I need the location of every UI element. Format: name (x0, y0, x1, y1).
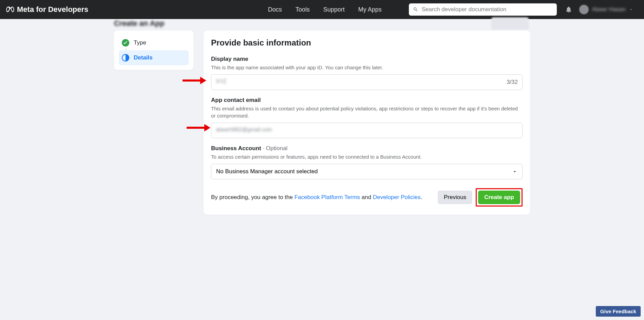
header-right: Abeer Hasan (565, 5, 633, 14)
previous-button[interactable]: Previous (438, 191, 472, 204)
contact-email-label: App contact email (211, 97, 523, 104)
avatar (579, 5, 589, 14)
form-footer: By proceeding, you agree to the Facebook… (211, 188, 523, 207)
form-title: Provide basic information (211, 38, 523, 48)
step-type-label: Type (134, 39, 146, 46)
chevron-down-icon (629, 7, 633, 12)
step-details-label: Details (134, 54, 153, 61)
subheader-button[interactable] (491, 17, 529, 30)
nav-support[interactable]: Support (323, 6, 345, 13)
display-name-help: This is the app name associated with you… (211, 64, 523, 71)
give-feedback-button[interactable]: Give Feedback (596, 306, 641, 317)
nav-tools[interactable]: Tools (296, 6, 310, 13)
button-group: Previous Create app (438, 188, 523, 207)
top-header: Meta for Developers Docs Tools Support M… (0, 0, 644, 19)
business-account-group: Business Account · Optional To access ce… (211, 145, 523, 179)
platform-terms-link[interactable]: Facebook Platform Terms (295, 194, 360, 200)
user-menu[interactable]: Abeer Hasan (579, 5, 633, 14)
display-name-value: XYZ (216, 78, 226, 85)
contact-email-group: App contact email This email address is … (211, 97, 523, 138)
brand-text: Meta for Developers (17, 5, 88, 14)
main-content: Type Details Provide basic information D… (0, 31, 644, 215)
caret-down-icon (512, 169, 517, 174)
agreement-text: By proceeding, you agree to the Facebook… (211, 194, 422, 201)
brand-logo[interactable]: Meta for Developers (5, 5, 88, 14)
display-name-label: Display name (211, 56, 523, 63)
display-name-input[interactable] (211, 74, 523, 90)
meta-icon (5, 5, 15, 14)
business-select[interactable]: No Business Manager account selected (211, 164, 523, 179)
step-details[interactable]: Details (119, 50, 189, 65)
half-circle-icon (121, 54, 130, 62)
nav-myapps[interactable]: My Apps (358, 6, 382, 13)
username: Abeer Hasan (592, 6, 626, 13)
annotation-arrow-2 (187, 124, 210, 131)
main-nav: Docs Tools Support My Apps (268, 3, 557, 16)
business-label: Business Account · Optional (211, 145, 523, 152)
check-circle-icon (121, 39, 130, 47)
create-highlight-box: Create app (476, 188, 523, 207)
create-app-button[interactable]: Create app (478, 191, 520, 204)
search-box[interactable] (409, 3, 557, 16)
contact-email-value: abeerh962@gmail.com (216, 127, 272, 133)
search-icon (413, 7, 418, 12)
form-card: Provide basic information Display name T… (204, 31, 530, 215)
optional-tag: · Optional (261, 145, 288, 152)
steps-sidebar: Type Details (114, 31, 193, 70)
nav-docs[interactable]: Docs (268, 6, 282, 13)
contact-email-help: This email address is used to contact yo… (211, 105, 523, 119)
page-title: Create an App (114, 19, 164, 28)
display-name-group: Display name This is the app name associ… (211, 56, 523, 90)
notifications-icon[interactable] (565, 6, 572, 13)
business-selected-value: No Business Manager account selected (216, 168, 318, 175)
annotation-arrow-1 (183, 77, 206, 84)
search-input[interactable] (422, 6, 553, 13)
developer-policies-link[interactable]: Developer Policies (373, 194, 421, 200)
business-help: To access certain permissions or feature… (211, 153, 523, 160)
char-counter: 3/32 (507, 79, 518, 86)
